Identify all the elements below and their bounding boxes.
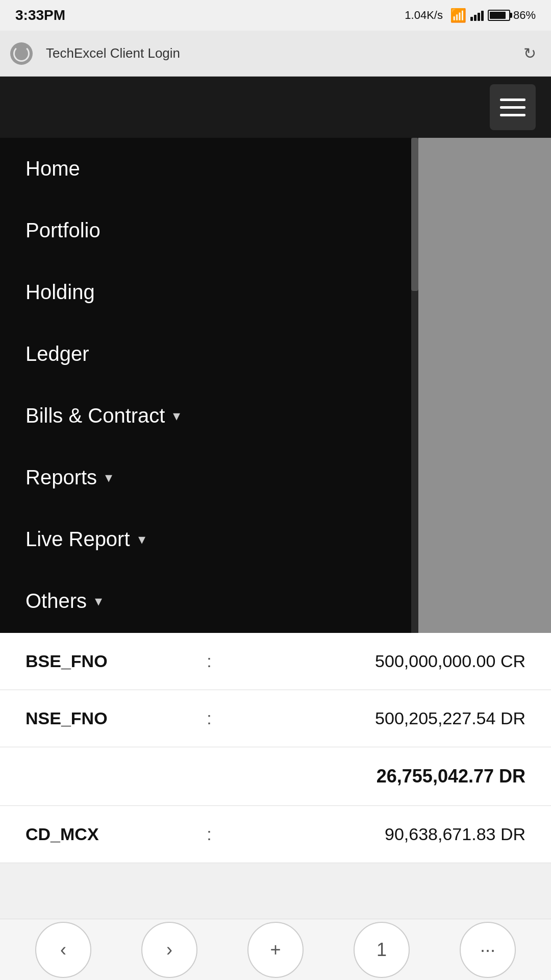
network-speed: 1.04K/s [405, 9, 443, 22]
row-separator-3: : [199, 824, 219, 844]
row-label-0: BSE_FNO [26, 651, 189, 671]
menu-item-ledger[interactable]: Ledger [0, 323, 418, 385]
signal-bars [470, 10, 484, 21]
wifi-icon: 📶 [450, 8, 466, 23]
table-row-2: 26,755,042.77 DR [0, 747, 551, 806]
menu-item-portfolio[interactable]: Portfolio [0, 200, 418, 261]
table-row-3: CD_MCX:90,638,671.83 DR [0, 806, 551, 863]
scrollbar-track[interactable] [411, 138, 418, 638]
row-value-1: 500,205,227.54 DR [375, 708, 525, 728]
menu-label-portfolio: Portfolio [26, 219, 101, 242]
status-bar: 3:33PM 1.04K/s 📶 86% [0, 0, 551, 31]
dropdown-arrow-reports: ▾ [105, 469, 112, 486]
menu-item-reports[interactable]: Reports ▾ [0, 447, 418, 508]
signal-bar-2 [474, 15, 477, 21]
signal-bar-4 [481, 11, 484, 21]
hamburger-button[interactable] [490, 84, 536, 130]
url-bar[interactable] [41, 39, 510, 68]
dropdown-arrow-others: ▾ [95, 593, 102, 609]
menu-label-reports: Reports [26, 466, 97, 489]
row-label-1: NSE_FNO [26, 708, 189, 728]
menu-item-home[interactable]: Home [0, 138, 418, 200]
menu-item-live-report[interactable]: Live Report ▾ [0, 508, 418, 570]
row-separator-1: : [199, 708, 219, 728]
hamburger-line-3 [500, 114, 525, 116]
menu-label-home: Home [26, 157, 80, 180]
signal-bar-3 [478, 13, 480, 21]
menu-label-ledger: Ledger [26, 342, 89, 365]
forward-button[interactable]: › [141, 922, 197, 978]
data-table: BSE_FNO:500,000,000.00 CRNSE_FNO:500,205… [0, 633, 551, 863]
hamburger-line-2 [500, 106, 525, 109]
app-header [0, 77, 551, 138]
more-options-button[interactable]: ··· [460, 922, 516, 978]
scrollbar-thumb[interactable] [411, 138, 418, 291]
refresh-button[interactable]: ↻ [518, 42, 541, 65]
side-menu: HomePortfolioHoldingLedgerBills & Contra… [0, 138, 418, 638]
status-time: 3:33PM [15, 7, 65, 23]
browser-bar: ↻ [0, 31, 551, 77]
row-total-2: 26,755,042.77 DR [377, 766, 525, 787]
status-icons: 📶 86% [450, 8, 536, 23]
browser-icon-inner [13, 45, 30, 62]
signal-bar-1 [470, 17, 473, 21]
battery: 86% [488, 9, 536, 22]
hamburger-line-1 [500, 99, 525, 101]
add-tab-button[interactable]: + [247, 922, 304, 978]
row-value-3: 90,638,671.83 DR [385, 824, 525, 844]
menu-label-bills-contract: Bills & Contract [26, 404, 165, 427]
back-button[interactable]: ‹ [35, 922, 91, 978]
row-label-3: CD_MCX [26, 824, 189, 844]
table-row-1: NSE_FNO:500,205,227.54 DR [0, 690, 551, 747]
row-separator-0: : [199, 651, 219, 671]
content-overlay[interactable] [418, 138, 551, 638]
browser-icon [10, 42, 33, 65]
battery-icon [488, 10, 510, 21]
row-value-0: 500,000,000.00 CR [375, 651, 525, 671]
tab-count-button[interactable]: 1 [354, 922, 410, 978]
menu-item-bills-contract[interactable]: Bills & Contract ▾ [0, 385, 418, 447]
battery-fill [490, 12, 506, 19]
table-row-0: BSE_FNO:500,000,000.00 CR [0, 633, 551, 690]
menu-label-live-report: Live Report [26, 528, 130, 551]
menu-label-others: Others [26, 590, 87, 612]
menu-label-holding: Holding [26, 281, 95, 304]
status-right: 1.04K/s 📶 86% [405, 8, 536, 23]
bottom-nav: ‹ › + 1 ··· [0, 919, 551, 980]
menu-overlay: HomePortfolioHoldingLedgerBills & Contra… [0, 138, 551, 638]
menu-item-others[interactable]: Others ▾ [0, 570, 418, 632]
menu-item-holding[interactable]: Holding [0, 261, 418, 323]
dropdown-arrow-live-report: ▾ [138, 531, 145, 548]
battery-percent: 86% [513, 9, 536, 22]
dropdown-arrow-bills-contract: ▾ [173, 407, 180, 424]
